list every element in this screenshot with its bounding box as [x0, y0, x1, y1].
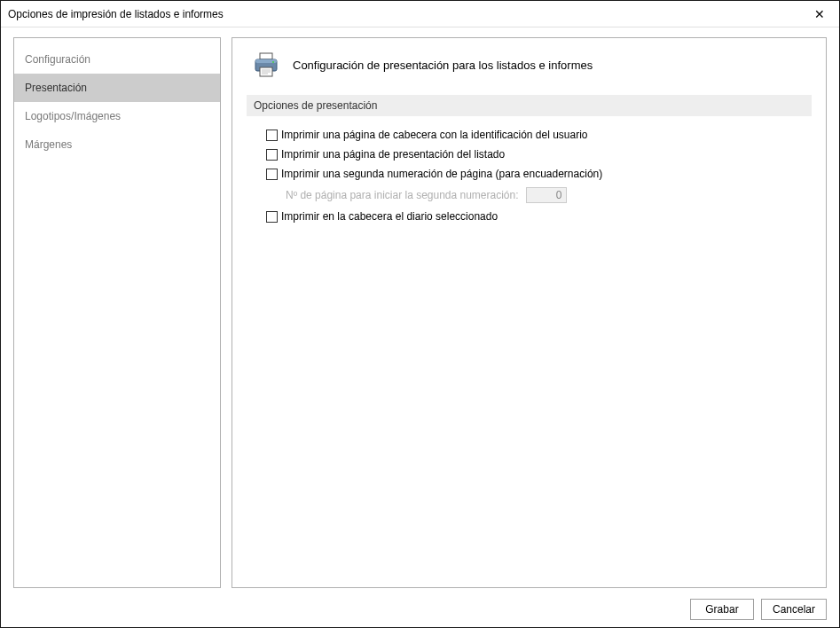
save-button[interactable]: Grabar [690, 599, 754, 620]
sidebar-item-presentacion[interactable]: Presentación [14, 74, 220, 102]
main-panels: Configuración Presentación Logotipos/Imá… [13, 37, 827, 588]
window-title: Opciones de impresión de listados e info… [8, 8, 224, 20]
sidebar-item-label: Logotipos/Imágenes [25, 110, 121, 122]
sidebar-item-label: Presentación [25, 82, 87, 94]
option-label: Imprimir una página de presentación del … [281, 148, 505, 161]
option-print-cover-page: Imprimir una página de cabecera con la i… [266, 129, 812, 141]
dialog-window: Opciones de impresión de listados e info… [0, 0, 840, 628]
footer: Grabar Cancelar [13, 588, 827, 620]
checkbox-diary-header[interactable] [266, 211, 278, 223]
sidebar-item-logotipos[interactable]: Logotipos/Imágenes [14, 102, 220, 130]
option-label: Imprimir una página de cabecera con la i… [281, 129, 588, 141]
section-header: Opciones de presentación [247, 95, 812, 116]
option-label: Imprimir en la cabecera el diario selecc… [281, 210, 498, 223]
sidebar-item-label: Márgenes [25, 138, 72, 151]
svg-rect-0 [260, 53, 272, 59]
checkbox-cover-page[interactable] [266, 130, 278, 141]
sub-option-label: Nº de página para iniciar la segunda num… [286, 189, 519, 201]
option-print-diary-header: Imprimir en la cabecera el diario selecc… [266, 210, 812, 223]
option-print-presentation-page: Imprimir una página de presentación del … [266, 148, 812, 161]
sub-option-start-page: Nº de página para iniciar la segunda num… [286, 187, 812, 203]
sidebar-item-margenes[interactable]: Márgenes [14, 130, 220, 159]
sidebar: Configuración Presentación Logotipos/Imá… [13, 37, 221, 588]
panel-title: Configuración de presentación para los l… [293, 59, 593, 72]
sidebar-item-label: Configuración [25, 53, 90, 66]
svg-point-7 [272, 61, 274, 63]
checkbox-presentation-page[interactable] [266, 149, 278, 161]
close-icon: ✕ [814, 7, 825, 21]
content-area: Configuración Presentación Logotipos/Imá… [1, 27, 839, 627]
cancel-button[interactable]: Cancelar [761, 599, 827, 620]
close-button[interactable]: ✕ [799, 1, 839, 27]
options-list: Imprimir una página de cabecera con la i… [247, 129, 812, 223]
start-page-input [526, 187, 567, 203]
option-second-numbering: Imprimir una segunda numeración de págin… [266, 168, 812, 180]
title-bar: Opciones de impresión de listados e info… [1, 1, 839, 27]
printer-icon [252, 51, 280, 79]
option-label: Imprimir una segunda numeración de págin… [281, 168, 602, 180]
panel-header: Configuración de presentación para los l… [247, 51, 812, 79]
checkbox-second-numbering[interactable] [266, 169, 278, 180]
sidebar-item-configuracion[interactable]: Configuración [14, 45, 220, 74]
main-panel: Configuración de presentación para los l… [232, 37, 827, 588]
